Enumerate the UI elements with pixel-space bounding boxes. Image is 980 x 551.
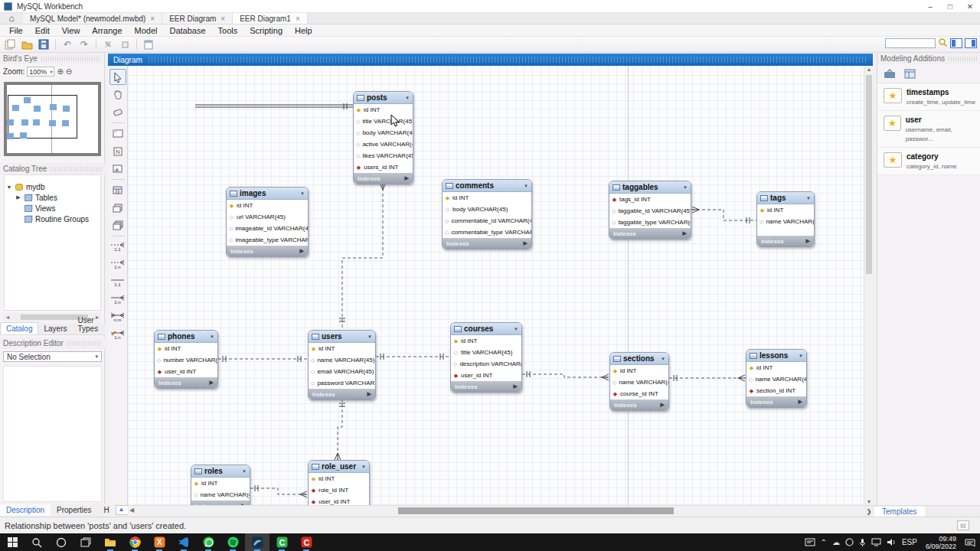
table-header-courses[interactable]: courses ▼ [451, 323, 521, 335]
table-header-sections[interactable]: sections ▼ [610, 353, 668, 365]
collapse-icon[interactable]: ▼ [683, 185, 688, 190]
tab-layers[interactable]: Layers [38, 323, 72, 334]
collapse-icon[interactable]: ▼ [405, 96, 410, 100]
tool-hand-icon[interactable] [109, 86, 126, 103]
zoom-out-icon[interactable]: ⊖ [66, 67, 72, 76]
collapse-icon[interactable]: ▼ [514, 327, 518, 331]
tab-catalog[interactable]: Catalog [0, 322, 38, 334]
resize-grip-icon[interactable]: ▤ [957, 520, 969, 530]
addition-category[interactable]: ★ categorycategory_id, name [877, 148, 980, 175]
tab-properties[interactable]: Properties [51, 504, 98, 516]
indexes-footer[interactable]: Indexes ▶ [227, 246, 308, 256]
tool-rel-1n-non-icon[interactable]: 1:n [109, 256, 126, 272]
tool-layer-icon[interactable] [109, 126, 126, 142]
toggle-left-panel-icon[interactable] [950, 38, 962, 48]
shrink-wrap-icon[interactable] [118, 38, 132, 51]
collapse-icon[interactable]: ▼ [300, 191, 305, 196]
save-model-icon[interactable] [37, 38, 51, 51]
table-tags[interactable]: tags ▼ ◆ id INT ◇ name VARCHAR(45) Index… [756, 191, 815, 247]
table-taggables[interactable]: taggables ▼ ◆ tags_id INT ◇ taggable_id … [609, 181, 691, 240]
microphone-icon[interactable] [859, 538, 866, 547]
taskbar-app-whatsapp[interactable] [196, 533, 220, 551]
indexes-footer[interactable]: Indexes ▶ [309, 389, 375, 399]
vertical-scrollbar[interactable]: ▲ ▼ [864, 66, 873, 505]
tool-table-icon[interactable] [109, 182, 126, 198]
table-header-posts[interactable]: posts ▼ [354, 92, 413, 104]
table-lessons[interactable]: lessons ▼ ◆ id INT ◇ name VARCHAR(45) ◆ … [746, 349, 807, 408]
collapse-icon[interactable]: ▼ [524, 184, 528, 188]
table-role_user[interactable]: role_user ▼ ◆ id INT ◆ role_id INT ◆ use… [308, 460, 370, 505]
indexes-footer[interactable]: Indexes ▶ [354, 173, 413, 184]
table-posts[interactable]: posts ▼ ◆ id INT ◇ title VARCHAR(45) ◇ b… [353, 91, 413, 184]
edit-disabled-icon[interactable]: ✎̸ [101, 38, 115, 51]
diagram-canvas[interactable]: posts ▼ ◆ id INT ◇ title VARCHAR(45) ◇ b… [128, 66, 864, 505]
indexes-footer[interactable]: Indexes ▶ [451, 381, 521, 392]
collapse-icon[interactable]: ▼ [210, 334, 214, 339]
table-header-taggables[interactable]: taggables ▼ [609, 181, 691, 194]
table-sections[interactable]: sections ▼ ◆ id INT ◇ name VARCHAR(45) ◆… [609, 352, 669, 411]
tool-select-icon[interactable] [109, 69, 126, 85]
table-header-images[interactable]: images ▼ [227, 187, 308, 200]
zoom-in-icon[interactable]: ⊕ [57, 67, 63, 76]
new-document-icon[interactable] [3, 38, 17, 51]
home-tab[interactable]: ⌂ [0, 13, 23, 24]
tray-window-icon[interactable] [805, 538, 815, 546]
taskbar-app-mysql-workbench[interactable] [245, 533, 270, 551]
horizontal-scrollbar[interactable]: ◀ [128, 505, 864, 515]
new-tab-icon[interactable] [142, 38, 155, 51]
taskbar-cortana-button[interactable] [49, 533, 74, 551]
tab-close-icon[interactable]: × [296, 15, 300, 23]
tab-templates[interactable]: Templates [874, 507, 925, 517]
v-scroll-thumb[interactable] [866, 75, 872, 274]
taskbar-app-explorer[interactable] [98, 533, 122, 551]
nav-up-icon[interactable]: ▲ [116, 506, 126, 514]
table-courses[interactable]: courses ▼ ◆ id INT ◇ title VARCHAR(45) ◇… [450, 322, 522, 393]
taskbar-app-xampp[interactable]: X [147, 533, 172, 551]
menu-scripting[interactable]: Scripting [243, 26, 289, 35]
table-header-role_user[interactable]: role_user ▼ [309, 461, 369, 473]
volume-icon[interactable] [887, 538, 897, 546]
tool-rel-1n-icon[interactable]: 1:n [109, 292, 126, 308]
menu-model[interactable]: Model [129, 26, 164, 35]
tool-rel-11-non-icon[interactable]: 1:1 [109, 239, 126, 255]
tool-routine-group-icon[interactable] [109, 217, 126, 233]
tool-image-icon[interactable] [109, 161, 126, 177]
tool-view-icon[interactable] [109, 200, 126, 216]
table-phones[interactable]: phones ▼ ◆ id INT ◇ number VARCHAR(45) ◆… [154, 330, 218, 389]
redo-icon[interactable]: ↷ [77, 38, 91, 51]
network-icon[interactable] [871, 538, 881, 546]
maximize-icon[interactable]: □ [940, 0, 960, 13]
close-icon[interactable]: ✕ [960, 0, 980, 13]
collapse-icon[interactable]: ▼ [368, 334, 372, 339]
scroll-left-icon[interactable]: ◂ [4, 314, 11, 321]
search-icon[interactable] [938, 37, 948, 49]
birds-eye-minimap[interactable] [4, 82, 101, 156]
taskbar-app-camtasia-recorder[interactable]: C [294, 533, 318, 551]
tree-node-views[interactable]: Views [6, 203, 99, 214]
tab-mysql-model-newmodel-mwbd-[interactable]: MySQL Model* (newmodel.mwbd) × [23, 13, 162, 24]
tab-close-icon[interactable]: × [220, 15, 225, 23]
collapse-icon[interactable]: ▼ [242, 469, 247, 474]
indexes-footer[interactable]: Indexes ▶ [746, 396, 806, 407]
zoom-level-select[interactable]: 100%▾ [27, 67, 54, 77]
language-indicator[interactable]: ESP [902, 538, 917, 546]
collapse-icon[interactable]: ▼ [806, 196, 811, 201]
tab-close-icon[interactable]: × [150, 15, 155, 23]
taskbar-app-vscode[interactable] [172, 533, 196, 551]
taskbar-app-chrome[interactable] [122, 533, 147, 551]
table-comments[interactable]: comments ▼ ◆ id INT ◇ body VARCHAR(45) ◇… [442, 179, 532, 249]
tree-node-routine-groups[interactable]: Routine Groups [6, 214, 99, 224]
tool-note-icon[interactable]: N [109, 143, 126, 159]
scroll-up-icon[interactable]: ▲ [864, 67, 874, 72]
menu-edit[interactable]: Edit [29, 26, 56, 35]
menu-view[interactable]: View [56, 26, 87, 35]
tool-rel-nm-icon[interactable]: n:m [109, 309, 126, 325]
minimap-viewport-rect[interactable] [8, 95, 77, 139]
clock[interactable]: 09:49 6/09/2022 [923, 535, 959, 550]
tool-eraser-icon[interactable] [109, 104, 126, 120]
taskbar-search-button[interactable] [24, 533, 49, 551]
expand-icon[interactable]: ▼ [6, 184, 12, 190]
collapse-icon[interactable]: ▼ [799, 354, 803, 358]
table-header-phones[interactable]: phones ▼ [155, 331, 217, 343]
menu-arrange[interactable]: Arrange [86, 26, 128, 35]
